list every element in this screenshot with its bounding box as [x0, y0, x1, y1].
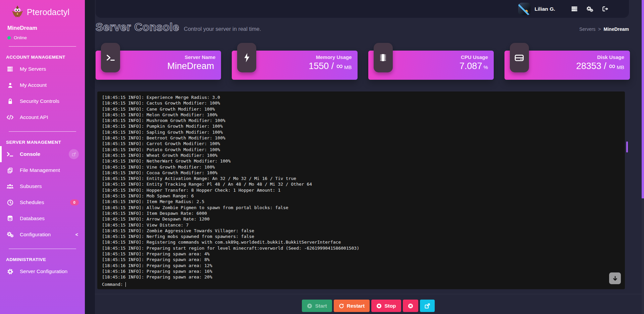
breadcrumb: Servers > MineDream: [579, 26, 629, 32]
sidebar-item-databases[interactable]: Databases: [0, 210, 85, 227]
stat-card-cpu: CPU Usage 7.087%: [368, 51, 494, 80]
console-line: [18:45:16 INFO]: Preparing spawn area: 1…: [102, 263, 620, 268]
server-console: [18:45:15 INFO]: Experience Merge Radius…: [97, 91, 625, 289]
sidebar-item-label: Console: [20, 151, 40, 157]
chevron-left-icon: <: [75, 232, 78, 237]
sidebar-item-my-servers[interactable]: My Servers: [0, 61, 85, 77]
server-status-block: MineDream Online: [0, 22, 85, 40]
sidebar-item-label: My Account: [20, 82, 47, 88]
sidebar-item-security-controls[interactable]: Security Controls: [0, 93, 85, 109]
refresh-icon: [339, 303, 344, 309]
sidebar-item-label: Security Controls: [20, 98, 59, 104]
console-line: [18:45:15 INFO]: Mob Spawn Range: 6: [102, 193, 620, 199]
sidebar-divider: [9, 46, 76, 47]
brand[interactable]: Pterodactyl: [0, 0, 85, 22]
console-line: [18:45:15 INFO]: Cocoa Growth Modifier: …: [102, 170, 620, 176]
section-title-administrative: ADMINISTRATIVE: [6, 257, 79, 262]
stop-button[interactable]: Stop: [371, 300, 401, 312]
sidebar-item-label: Subusers: [20, 183, 42, 189]
page-header: Server Console Control your server in re…: [96, 21, 629, 34]
scroll-to-bottom-button[interactable]: [609, 272, 621, 284]
console-line: [18:45:15 INFO]: Zombie Aggressive Towar…: [102, 228, 620, 234]
gears-icon: [6, 232, 14, 238]
console-line: [18:45:15 INFO]: Preparing spawn area: 4…: [102, 251, 620, 257]
kill-button[interactable]: [403, 300, 418, 312]
page-scrollbar: [642, 0, 644, 314]
code-icon: [6, 115, 14, 120]
topbar: Lilian G.: [96, 0, 629, 18]
console-line: [18:45:15 INFO]: Nerfing mobs spawned fr…: [102, 234, 620, 239]
user-avatar[interactable]: [518, 3, 531, 15]
stat-label: Disk Usage: [576, 54, 624, 60]
console-line: [18:45:15 INFO]: Item Merge Radius: 2.5: [102, 199, 620, 204]
command-prompt-label: Command:: [102, 282, 123, 287]
console-line: [18:45:15 INFO]: Experience Merge Radius…: [102, 95, 620, 100]
stat-value: 7.087: [460, 61, 482, 71]
page-title: Server Console: [96, 21, 179, 34]
command-input[interactable]: Command:: [102, 282, 126, 287]
power-actions: Start Restart Stop: [95, 300, 642, 312]
console-line: [18:45:16 INFO]: Preparing spawn area: 1…: [102, 268, 620, 274]
terminal-icon: [6, 151, 14, 157]
console-line: [18:45:15 INFO]: Registering commands wi…: [102, 239, 620, 245]
sidebar-item-server-configuration[interactable]: Server Configuration: [0, 263, 85, 279]
console-line: [18:45:15 INFO]: Entity Activation Range…: [102, 176, 620, 181]
console-line: [18:45:15 INFO]: Entity Tracking Range: …: [102, 181, 620, 187]
sidebar-item-console[interactable]: Console: [0, 146, 85, 162]
console-line: [18:45:15 INFO]: Potato Growth Modifier:…: [102, 147, 620, 152]
sidebar-item-configuration[interactable]: Configuration <: [0, 227, 85, 243]
stat-cards: Server Name MineDream Memory Usage 1550 …: [96, 51, 630, 80]
schedules-count-badge: 0: [70, 199, 79, 205]
console-external-link-badge[interactable]: [69, 149, 79, 159]
restart-button[interactable]: Restart: [334, 300, 370, 312]
console-line: [18:45:15 INFO]: Hopper Transfer: 8 Hopp…: [102, 187, 620, 193]
console-line: [18:45:15 INFO]: View Distance: 7: [102, 222, 620, 228]
sidebar-item-label: Schedules: [20, 199, 44, 205]
user-icon: [6, 82, 14, 88]
page-subtitle: Control your server in real time.: [184, 26, 261, 32]
sidebar-item-file-management[interactable]: File Management: [0, 162, 85, 178]
sidebar-item-my-account[interactable]: My Account: [0, 77, 85, 93]
sidebar-item-label: My Servers: [20, 66, 46, 72]
sign-out-icon[interactable]: [597, 6, 613, 12]
servers-icon[interactable]: [567, 6, 582, 12]
sidebar-item-schedules[interactable]: Schedules 0: [0, 194, 85, 210]
stat-card-server-name: Server Name MineDream: [96, 51, 221, 80]
stat-unit: %: [483, 64, 488, 70]
section-title-account: ACCOUNT MANAGEMENT: [6, 55, 79, 60]
x-circle-icon: [408, 303, 413, 309]
stat-card-memory: Memory Usage 1550 / ∞MB: [232, 51, 357, 80]
online-status-dot: [7, 36, 11, 40]
gears-icon[interactable]: [582, 6, 597, 12]
console-line: [18:45:15 INFO]: Mushroom Growth Modifie…: [102, 118, 620, 123]
console-line: [18:45:15 INFO]: NetherWart Growth Modif…: [102, 158, 620, 164]
servers-icon: [6, 66, 14, 72]
stat-value: 1550 / ∞: [309, 61, 343, 71]
console-scrollbar-thumb[interactable]: [626, 141, 628, 152]
console-line: [18:45:15 INFO]: Pumpkin Growth Modifier…: [102, 123, 620, 129]
page-scrollbar-thumb[interactable]: [642, 0, 644, 198]
lock-icon: [6, 98, 14, 105]
files-icon: [6, 167, 14, 174]
pterodactyl-logo-icon: [11, 5, 23, 19]
sidebar-item-label: Configuration: [20, 232, 51, 238]
sidebar-divider: [9, 249, 76, 249]
online-status-label: Online: [14, 35, 27, 40]
hdd-icon: [510, 43, 529, 72]
stat-label: Memory Usage: [309, 54, 352, 60]
stat-unit: MB: [617, 64, 625, 70]
app-root: Pterodactyl MineDream Online ACCOUNT MAN…: [0, 0, 644, 314]
sidebar-item-account-api[interactable]: Account API: [0, 109, 85, 125]
stat-label: Server Name: [167, 54, 216, 60]
console-line: [18:45:16 INFO]: Preparing spawn area: 2…: [102, 274, 620, 280]
user-name: Lilian G.: [535, 6, 555, 12]
breadcrumb-servers[interactable]: Servers: [579, 26, 595, 32]
sidebar-item-subusers[interactable]: Subusers: [0, 178, 85, 194]
terminal-icon: [101, 43, 120, 72]
start-button[interactable]: Start: [302, 300, 332, 312]
open-external-console-button[interactable]: [420, 300, 435, 312]
console-line: [18:45:15 INFO]: Preparing spawn area: 8…: [102, 257, 620, 262]
console-line: [18:45:15 INFO]: Carrot Growth Modifier:…: [102, 141, 620, 146]
section-title-server: SERVER MANAGEMENT: [6, 140, 79, 145]
sidebar-item-label: Server Configuration: [20, 268, 67, 274]
